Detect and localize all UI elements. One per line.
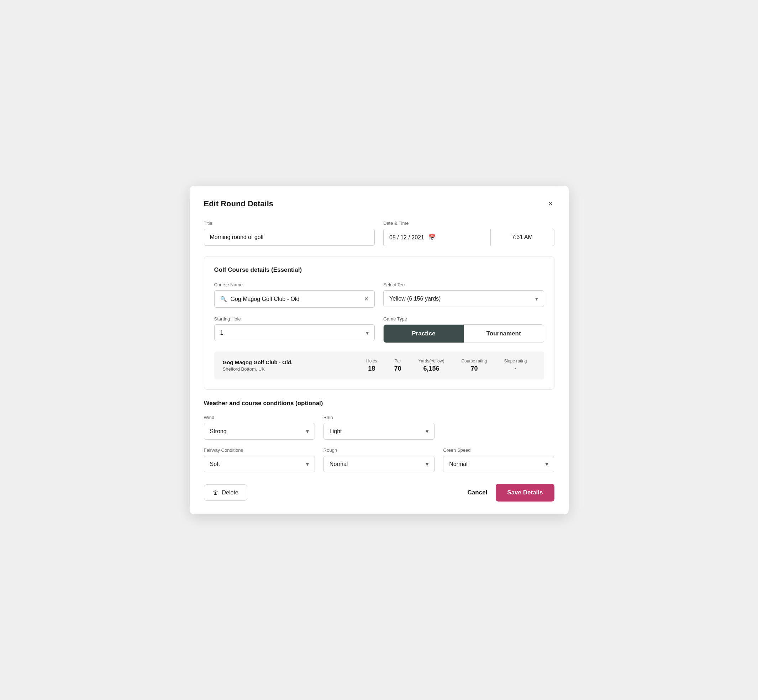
slope-rating-label: Slope rating <box>504 359 527 364</box>
clear-course-icon[interactable]: ✕ <box>364 295 369 302</box>
delete-button[interactable]: 🗑 Delete <box>204 484 247 501</box>
course-location: Shelford Bottom, UK <box>223 366 358 372</box>
green-speed-label: Green Speed <box>443 447 554 453</box>
rough-label: Rough <box>324 447 434 453</box>
hole-gametype-row: Starting Hole 1234 5678 910 ▼ Game Type … <box>214 316 544 343</box>
tournament-toggle-btn[interactable]: Tournament <box>464 325 544 342</box>
rain-field-group: Rain NoneLightModerateHeavy ▼ <box>324 415 434 440</box>
green-speed-field-group: Green Speed SlowNormalFastVery Fast ▼ <box>443 447 554 472</box>
course-info-name: Gog Magog Golf Club - Old, Shelford Bott… <box>223 359 358 372</box>
datetime-label: Date & Time <box>383 220 554 226</box>
course-rating-value: 70 <box>461 365 487 372</box>
time-value: 7:31 AM <box>512 234 533 240</box>
rain-dropdown[interactable]: NoneLightModerateHeavy <box>324 423 434 440</box>
weather-section: Weather and course conditions (optional)… <box>204 400 554 472</box>
starting-hole-label: Starting Hole <box>214 316 375 322</box>
course-info-row: Gog Magog Golf Club - Old, Shelford Bott… <box>214 352 544 380</box>
fairway-rough-green-row: Fairway Conditions HardFirmNormalSoftVer… <box>204 447 554 472</box>
modal-footer: 🗑 Delete Cancel Save Details <box>204 484 554 502</box>
title-label: Title <box>204 220 375 226</box>
fairway-wrapper: HardFirmNormalSoftVery Soft ▼ <box>204 456 315 472</box>
fairway-dropdown[interactable]: HardFirmNormalSoftVery Soft <box>204 456 315 472</box>
starting-hole-field-group: Starting Hole 1234 5678 910 ▼ <box>214 316 375 343</box>
yards-value: 6,156 <box>418 365 445 372</box>
wind-field-group: Wind NoneLightModerateStrongVery Strong … <box>204 415 315 440</box>
datetime-field-group: Date & Time 05 / 12 / 2021 📅 7:31 AM <box>383 220 554 246</box>
holes-label: Holes <box>366 359 377 364</box>
golf-section-title: Golf Course details (Essential) <box>214 266 544 273</box>
game-type-label: Game Type <box>383 316 544 322</box>
game-type-field-group: Game Type Practice Tournament <box>383 316 544 343</box>
date-input-box[interactable]: 05 / 12 / 2021 📅 <box>383 229 490 246</box>
wind-label: Wind <box>204 415 315 420</box>
starting-hole-wrapper: 1234 5678 910 ▼ <box>214 324 375 341</box>
close-button[interactable]: × <box>547 198 554 209</box>
rain-label: Rain <box>324 415 434 420</box>
search-icon: 🔍 <box>220 296 227 302</box>
modal-title: Edit Round Details <box>204 199 274 208</box>
select-tee-wrapper: Yellow (6,156 yards) Red White Blue ▼ <box>383 290 544 307</box>
yards-label: Yards(Yellow) <box>418 359 445 364</box>
starting-hole-dropdown[interactable]: 1234 5678 910 <box>214 324 375 341</box>
game-type-toggle: Practice Tournament <box>383 324 544 343</box>
holes-stat: Holes 18 <box>358 359 386 372</box>
yards-stat: Yards(Yellow) 6,156 <box>410 359 453 372</box>
green-speed-dropdown[interactable]: SlowNormalFastVery Fast <box>443 456 554 472</box>
wind-rain-row: Wind NoneLightModerateStrongVery Strong … <box>204 415 554 440</box>
green-speed-wrapper: SlowNormalFastVery Fast ▼ <box>443 456 554 472</box>
course-name-bold: Gog Magog Golf Club - Old, <box>223 359 358 365</box>
rough-dropdown[interactable]: ShortNormalLongVery Long <box>324 456 434 472</box>
rough-field-group: Rough ShortNormalLongVery Long ▼ <box>324 447 434 472</box>
course-search-box[interactable]: 🔍 ✕ <box>214 290 375 308</box>
course-rating-stat: Course rating 70 <box>453 359 495 372</box>
par-value: 70 <box>394 365 401 372</box>
select-tee-dropdown[interactable]: Yellow (6,156 yards) Red White Blue <box>383 290 544 307</box>
weather-title: Weather and course conditions (optional) <box>204 400 554 407</box>
course-name-input[interactable] <box>230 296 361 302</box>
slope-rating-stat: Slope rating - <box>495 359 535 372</box>
top-row: Title Date & Time 05 / 12 / 2021 📅 7:31 … <box>204 220 554 246</box>
wind-dropdown[interactable]: NoneLightModerateStrongVery Strong <box>204 423 315 440</box>
practice-toggle-btn[interactable]: Practice <box>384 325 464 342</box>
calendar-icon: 📅 <box>429 234 435 241</box>
modal-header: Edit Round Details × <box>204 198 554 209</box>
footer-right: Cancel Save Details <box>468 484 554 502</box>
cancel-button[interactable]: Cancel <box>468 489 487 496</box>
trash-icon: 🗑 <box>213 489 219 496</box>
par-stat: Par 70 <box>386 359 410 372</box>
holes-value: 18 <box>366 365 377 372</box>
time-input-box[interactable]: 7:31 AM <box>490 229 554 246</box>
wind-wrapper: NoneLightModerateStrongVery Strong ▼ <box>204 423 315 440</box>
edit-round-modal: Edit Round Details × Title Date & Time 0… <box>190 186 568 514</box>
course-rating-label: Course rating <box>461 359 487 364</box>
title-field-group: Title <box>204 220 375 246</box>
course-name-label: Course Name <box>214 282 375 288</box>
course-tee-row: Course Name 🔍 ✕ Select Tee Yellow (6,156… <box>214 282 544 308</box>
select-tee-label: Select Tee <box>383 282 544 288</box>
golf-course-section: Golf Course details (Essential) Course N… <box>204 256 554 390</box>
rough-wrapper: ShortNormalLongVery Long ▼ <box>324 456 434 472</box>
fairway-field-group: Fairway Conditions HardFirmNormalSoftVer… <box>204 447 315 472</box>
slope-rating-value: - <box>504 365 527 372</box>
save-button[interactable]: Save Details <box>496 484 554 502</box>
fairway-label: Fairway Conditions <box>204 447 315 453</box>
course-name-field-group: Course Name 🔍 ✕ <box>214 282 375 308</box>
date-value: 05 / 12 / 2021 <box>389 234 424 241</box>
title-input[interactable] <box>204 229 375 246</box>
rain-wrapper: NoneLightModerateHeavy ▼ <box>324 423 434 440</box>
datetime-row: 05 / 12 / 2021 📅 7:31 AM <box>383 229 554 246</box>
par-label: Par <box>394 359 401 364</box>
delete-label: Delete <box>222 489 238 496</box>
select-tee-field-group: Select Tee Yellow (6,156 yards) Red Whit… <box>383 282 544 308</box>
